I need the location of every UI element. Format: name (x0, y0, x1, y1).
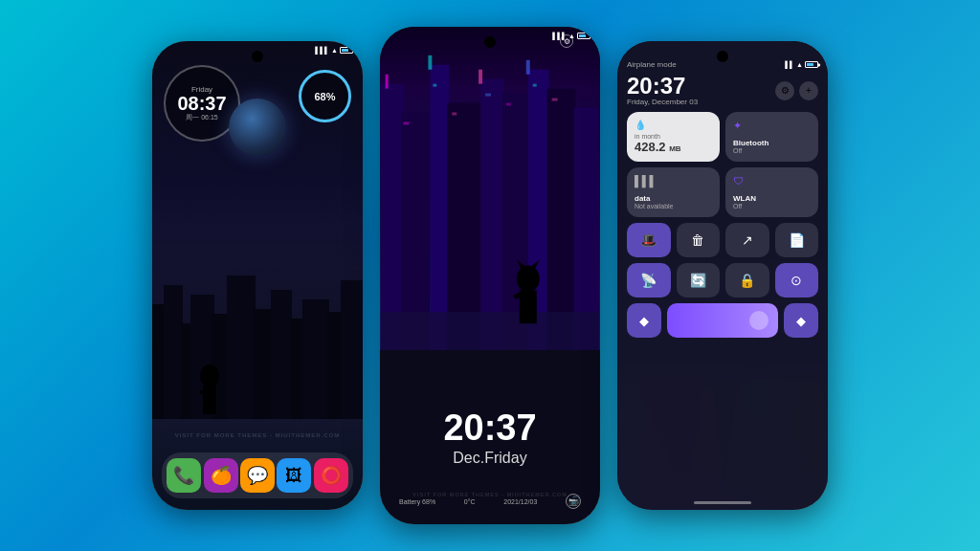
battery-percent: 68% (314, 91, 335, 102)
cc-action-icons: ⚙ + (775, 81, 818, 100)
svg-rect-17 (381, 84, 405, 350)
svg-rect-24 (479, 70, 482, 84)
music-note-icon[interactable]: 🎵 (569, 490, 581, 507)
svg-rect-31 (433, 84, 436, 87)
svg-rect-5 (227, 276, 256, 419)
svg-rect-9 (302, 299, 329, 419)
phones-container: ▌▌▌ ▲ Friday 08:37 周一 06:15 68% (0, 0, 980, 551)
clock-time: 08:37 (177, 94, 226, 113)
svg-rect-1 (164, 285, 183, 419)
svg-rect-36 (552, 99, 558, 101)
dock-messages[interactable]: 💬 (240, 458, 275, 493)
svg-rect-15 (207, 386, 211, 405)
cc-wifi-icon: ▲ (796, 61, 803, 68)
svg-rect-33 (485, 94, 491, 97)
dock-app2[interactable]: 🍊 (204, 458, 238, 493)
cityscape-center (380, 27, 600, 350)
cc-btn-lock[interactable]: 🔒 (725, 263, 769, 298)
svg-rect-41 (522, 290, 526, 317)
signal-icon: ▌▌▌ (315, 47, 329, 54)
svg-rect-34 (506, 103, 511, 106)
cityscape-bg (152, 228, 363, 419)
cc-wlan-info: WLAN Off (733, 194, 811, 209)
svg-rect-32 (452, 112, 457, 115)
wlan-icon: 🛡 (733, 175, 811, 187)
cc-brightness-slider[interactable] (667, 303, 778, 338)
settings-icon-center[interactable]: ⚙ (560, 34, 573, 48)
cc-tile-row-1: 💧 in month 428.2 MB ✦ Bluetooth (627, 112, 818, 162)
cc-btn-nfc[interactable]: 📡 (627, 263, 671, 298)
svg-rect-37 (381, 312, 600, 350)
lock-battery: Battery 68% (399, 498, 435, 505)
cc-time: 20:37 (627, 75, 698, 98)
svg-rect-27 (526, 60, 530, 75)
svg-rect-35 (533, 84, 537, 87)
cc-data-tile[interactable]: 💧 in month 428.2 MB (627, 112, 720, 162)
camera-punch-hole-left (252, 51, 263, 62)
cc-btn-trash[interactable]: 🗑 (677, 223, 721, 257)
cc-add-btn[interactable]: + (799, 81, 818, 100)
svg-rect-28 (547, 89, 576, 350)
cc-data-info: in month 428.2 MB (635, 133, 712, 154)
cc-bluetooth-tile[interactable]: ✦ Bluetooth Off (725, 112, 818, 162)
battery-icon-center (577, 33, 590, 39)
cc-battery-icon (805, 61, 818, 68)
svg-rect-20 (430, 65, 449, 350)
watermark-center: VISIT FOR MORE THEMES - MIUITHEMER.COM (380, 492, 600, 497)
lock-date: Dec.Friday (380, 450, 600, 467)
cc-wlan-tile[interactable]: 🛡 WLAN Off (725, 167, 818, 217)
bluetooth-icon: ✦ (733, 120, 811, 132)
svg-rect-23 (480, 79, 504, 350)
cc-bt-info: Bluetooth Off (733, 139, 811, 154)
neon-city-svg (380, 27, 600, 350)
mobile-status: Not available (635, 203, 712, 209)
battery-widget: 68% (299, 70, 351, 122)
lock-year: 2021/12/03 (503, 498, 537, 505)
mobile-label: data (635, 194, 712, 203)
watermark-left: VISIT FOR MORE THEMES - MIUITHEMER.COM (152, 432, 363, 438)
camera-punch-hole-center (484, 36, 496, 48)
svg-rect-30 (404, 121, 410, 124)
planet-decoration (229, 99, 286, 156)
svg-point-38 (517, 266, 540, 293)
cc-diamond-btn-2[interactable]: ◆ (784, 303, 818, 338)
svg-rect-7 (271, 290, 292, 419)
dock-app5[interactable]: ⭕ (314, 458, 348, 493)
cc-mobile-data-tile[interactable]: ▌▌▌ data Not available (627, 167, 720, 217)
slider-thumb (749, 311, 768, 330)
cc-btn-rotate[interactable]: 🔄 (677, 263, 721, 298)
svg-rect-10 (327, 312, 343, 419)
svg-rect-21 (428, 55, 432, 70)
dock-gallery[interactable]: 🖼 (277, 458, 311, 493)
lock-temp: 0°C (464, 498, 476, 505)
svg-rect-16 (211, 386, 214, 405)
cc-btn-share[interactable]: ↗ (725, 223, 769, 257)
phone-center: ▌▌▌ ▲ ⚙ (380, 27, 600, 524)
cc-btn-hat[interactable]: 🎩 (627, 223, 671, 257)
settings-icon-symbol: ⚙ (564, 37, 570, 46)
cc-settings-btn[interactable]: ⚙ (775, 81, 794, 100)
clock-small-date: 周一 06:15 (186, 113, 217, 122)
airplane-mode-label: Airplane mode (627, 60, 677, 69)
cc-controls-row-1: 🎩 🗑 ↗ 📄 (627, 223, 818, 257)
cc-btn-doc[interactable]: 📄 (775, 223, 819, 257)
cc-slider-row: ◆ ◆ (627, 303, 818, 338)
svg-rect-6 (254, 309, 273, 419)
control-center: Airplane mode ▌▌ ▲ 20:37 Friday, Decembe… (617, 41, 828, 510)
cc-time-row: 20:37 Friday, December 03 ⚙ + (627, 75, 818, 106)
phone-right: Airplane mode ▌▌ ▲ 20:37 Friday, Decembe… (617, 41, 828, 510)
lock-time-big: 20:37 (380, 409, 600, 446)
dock-phone[interactable]: 📞 (167, 458, 201, 493)
cc-btn-record[interactable]: ⊙ (775, 263, 819, 298)
home-indicator (694, 501, 751, 504)
cc-date: Friday, December 03 (627, 98, 698, 106)
phone-left-screen: ▌▌▌ ▲ Friday 08:37 周一 06:15 68% (152, 41, 363, 510)
cc-signal-icon: ▌▌ (785, 61, 794, 68)
data-value: 428.2 MB (635, 140, 712, 154)
data-month-label: in month (635, 133, 712, 140)
phone-right-screen: Airplane mode ▌▌ ▲ 20:37 Friday, Decembe… (617, 41, 828, 510)
svg-rect-8 (290, 319, 304, 419)
phone-center-screen: ▌▌▌ ▲ ⚙ (380, 27, 600, 524)
wifi-icon-left: ▲ (331, 47, 338, 54)
cc-diamond-btn-1[interactable]: ◆ (627, 303, 661, 338)
